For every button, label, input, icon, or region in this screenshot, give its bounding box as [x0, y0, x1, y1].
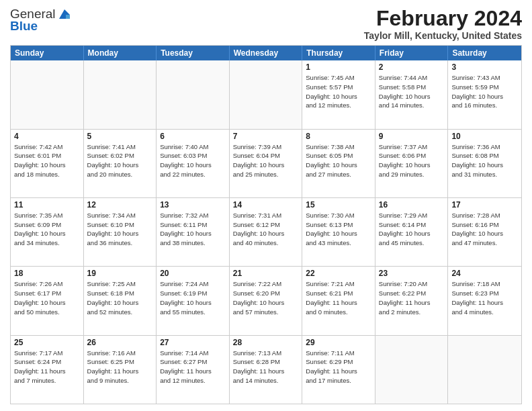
day-number: 24	[451, 269, 518, 278]
day-number: 29	[306, 338, 371, 347]
day-number: 12	[87, 200, 153, 210]
day-info: Sunrise: 7:34 AM Sunset: 6:10 PM Dayligh…	[87, 211, 153, 248]
day-cell: 4Sunrise: 7:42 AM Sunset: 6:01 PM Daylig…	[11, 130, 84, 197]
day-cell: 13Sunrise: 7:32 AM Sunset: 6:11 PM Dayli…	[157, 198, 230, 266]
svg-marker-1	[66, 15, 70, 19]
day-number: 9	[379, 132, 445, 141]
day-info: Sunrise: 7:35 AM Sunset: 6:09 PM Dayligh…	[14, 211, 80, 248]
logo-blue: Blue	[10, 19, 38, 34]
day-number: 3	[451, 62, 518, 72]
day-info: Sunrise: 7:21 AM Sunset: 6:21 PM Dayligh…	[306, 279, 371, 316]
day-info: Sunrise: 7:13 AM Sunset: 6:28 PM Dayligh…	[233, 349, 299, 385]
day-number: 26	[87, 338, 153, 347]
day-number: 13	[160, 200, 226, 210]
day-info: Sunrise: 7:26 AM Sunset: 6:17 PM Dayligh…	[14, 279, 80, 316]
day-info: Sunrise: 7:36 AM Sunset: 6:08 PM Dayligh…	[451, 142, 518, 179]
day-header-monday: Monday	[84, 46, 157, 60]
day-info: Sunrise: 7:43 AM Sunset: 5:59 PM Dayligh…	[451, 73, 518, 110]
day-cell: 25Sunrise: 7:17 AM Sunset: 6:24 PM Dayli…	[11, 336, 84, 404]
calendar-body: 1Sunrise: 7:45 AM Sunset: 5:57 PM Daylig…	[11, 60, 521, 404]
day-header-friday: Friday	[375, 46, 449, 60]
day-cell: 12Sunrise: 7:34 AM Sunset: 6:10 PM Dayli…	[84, 198, 157, 266]
day-cell: 3Sunrise: 7:43 AM Sunset: 5:59 PM Daylig…	[448, 60, 521, 128]
week-row-5: 25Sunrise: 7:17 AM Sunset: 6:24 PM Dayli…	[11, 335, 521, 404]
day-number: 27	[160, 338, 226, 347]
day-number: 25	[14, 338, 80, 347]
day-cell: 22Sunrise: 7:21 AM Sunset: 6:21 PM Dayli…	[302, 267, 375, 334]
day-cell: 18Sunrise: 7:26 AM Sunset: 6:17 PM Dayli…	[11, 267, 84, 334]
day-info: Sunrise: 7:37 AM Sunset: 6:06 PM Dayligh…	[379, 142, 445, 179]
day-number: 10	[451, 132, 518, 141]
day-cell: 28Sunrise: 7:13 AM Sunset: 6:28 PM Dayli…	[230, 336, 303, 404]
day-number: 14	[233, 200, 299, 210]
day-cell: 20Sunrise: 7:24 AM Sunset: 6:19 PM Dayli…	[157, 267, 230, 334]
day-number: 17	[451, 200, 518, 210]
day-number: 7	[233, 132, 299, 141]
day-number: 18	[14, 269, 80, 278]
day-number: 8	[306, 132, 371, 141]
day-info: Sunrise: 7:31 AM Sunset: 6:12 PM Dayligh…	[233, 211, 299, 248]
day-cell	[230, 60, 303, 128]
week-row-4: 18Sunrise: 7:26 AM Sunset: 6:17 PM Dayli…	[11, 266, 521, 334]
day-number: 21	[233, 269, 299, 278]
day-info: Sunrise: 7:16 AM Sunset: 6:25 PM Dayligh…	[87, 349, 153, 385]
day-number: 2	[379, 62, 445, 72]
day-header-sunday: Sunday	[11, 46, 84, 60]
day-cell: 27Sunrise: 7:14 AM Sunset: 6:27 PM Dayli…	[157, 336, 230, 404]
logo: General Blue	[10, 7, 72, 34]
day-number: 11	[14, 200, 80, 210]
day-header-wednesday: Wednesday	[230, 46, 303, 60]
day-info: Sunrise: 7:42 AM Sunset: 6:01 PM Dayligh…	[14, 142, 80, 179]
day-number: 6	[160, 132, 226, 141]
day-cell: 6Sunrise: 7:40 AM Sunset: 6:03 PM Daylig…	[157, 130, 230, 197]
day-cell: 8Sunrise: 7:38 AM Sunset: 6:05 PM Daylig…	[302, 130, 375, 197]
day-cell	[375, 336, 449, 404]
day-cell: 29Sunrise: 7:11 AM Sunset: 6:29 PM Dayli…	[302, 336, 375, 404]
day-info: Sunrise: 7:11 AM Sunset: 6:29 PM Dayligh…	[306, 349, 371, 385]
day-info: Sunrise: 7:18 AM Sunset: 6:23 PM Dayligh…	[451, 279, 518, 316]
day-info: Sunrise: 7:38 AM Sunset: 6:05 PM Dayligh…	[306, 142, 371, 179]
day-cell	[11, 60, 84, 128]
day-number: 15	[306, 200, 371, 210]
day-headers: SundayMondayTuesdayWednesdayThursdayFrid…	[11, 46, 521, 60]
day-info: Sunrise: 7:20 AM Sunset: 6:22 PM Dayligh…	[379, 279, 445, 316]
day-info: Sunrise: 7:17 AM Sunset: 6:24 PM Dayligh…	[14, 349, 80, 385]
month-title: February 2024	[364, 7, 522, 30]
day-number: 4	[14, 132, 80, 141]
day-number: 22	[306, 269, 371, 278]
day-cell: 9Sunrise: 7:37 AM Sunset: 6:06 PM Daylig…	[375, 130, 449, 197]
day-cell: 21Sunrise: 7:22 AM Sunset: 6:20 PM Dayli…	[230, 267, 303, 334]
day-number: 20	[160, 269, 226, 278]
day-cell: 19Sunrise: 7:25 AM Sunset: 6:18 PM Dayli…	[84, 267, 157, 334]
day-info: Sunrise: 7:14 AM Sunset: 6:27 PM Dayligh…	[160, 349, 226, 385]
page-header: General Blue February 2024 Taylor Mill, …	[10, 7, 522, 41]
day-cell: 23Sunrise: 7:20 AM Sunset: 6:22 PM Dayli…	[375, 267, 449, 334]
day-cell: 1Sunrise: 7:45 AM Sunset: 5:57 PM Daylig…	[302, 60, 375, 128]
day-number: 23	[379, 269, 445, 278]
day-header-saturday: Saturday	[448, 46, 521, 60]
day-cell: 2Sunrise: 7:44 AM Sunset: 5:58 PM Daylig…	[375, 60, 449, 128]
day-cell: 15Sunrise: 7:30 AM Sunset: 6:13 PM Dayli…	[302, 198, 375, 266]
day-cell: 11Sunrise: 7:35 AM Sunset: 6:09 PM Dayli…	[11, 198, 84, 266]
day-info: Sunrise: 7:22 AM Sunset: 6:20 PM Dayligh…	[233, 279, 299, 316]
day-cell: 16Sunrise: 7:29 AM Sunset: 6:14 PM Dayli…	[375, 198, 449, 266]
day-info: Sunrise: 7:40 AM Sunset: 6:03 PM Dayligh…	[160, 142, 226, 179]
day-info: Sunrise: 7:30 AM Sunset: 6:13 PM Dayligh…	[306, 211, 371, 248]
day-number: 16	[379, 200, 445, 210]
day-info: Sunrise: 7:39 AM Sunset: 6:04 PM Dayligh…	[233, 142, 299, 179]
calendar: SundayMondayTuesdayWednesdayThursdayFrid…	[10, 45, 522, 404]
day-info: Sunrise: 7:28 AM Sunset: 6:16 PM Dayligh…	[451, 211, 518, 248]
day-cell: 14Sunrise: 7:31 AM Sunset: 6:12 PM Dayli…	[230, 198, 303, 266]
day-cell	[448, 336, 521, 404]
day-number: 5	[87, 132, 153, 141]
day-cell: 10Sunrise: 7:36 AM Sunset: 6:08 PM Dayli…	[448, 130, 521, 197]
day-info: Sunrise: 7:29 AM Sunset: 6:14 PM Dayligh…	[379, 211, 445, 248]
week-row-1: 1Sunrise: 7:45 AM Sunset: 5:57 PM Daylig…	[11, 60, 521, 128]
day-cell	[157, 60, 230, 128]
week-row-3: 11Sunrise: 7:35 AM Sunset: 6:09 PM Dayli…	[11, 197, 521, 266]
day-cell: 17Sunrise: 7:28 AM Sunset: 6:16 PM Dayli…	[448, 198, 521, 266]
week-row-2: 4Sunrise: 7:42 AM Sunset: 6:01 PM Daylig…	[11, 129, 521, 197]
day-info: Sunrise: 7:25 AM Sunset: 6:18 PM Dayligh…	[87, 279, 153, 316]
day-header-thursday: Thursday	[302, 46, 375, 60]
day-number: 28	[233, 338, 299, 347]
